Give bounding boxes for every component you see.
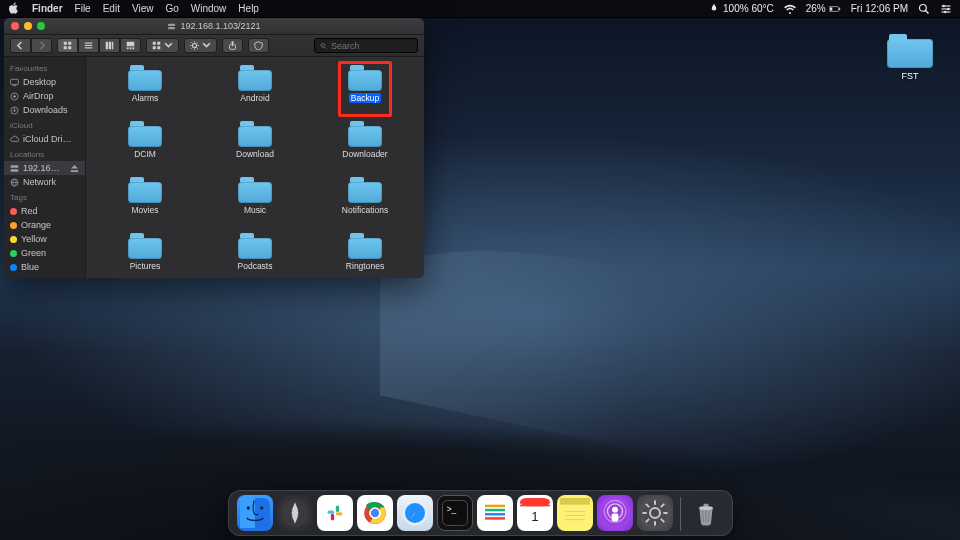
menu-file[interactable]: File [75,3,91,14]
toolbar [4,35,424,57]
sidebar-heading: Tags [4,189,85,204]
eject-icon[interactable] [70,164,79,173]
sidebar-item[interactable]: Yellow [4,232,85,246]
folder-downloader[interactable]: Downloader [310,121,420,175]
forward-button[interactable] [31,38,52,53]
dock: >_ 1 [228,490,733,536]
view-icon-button[interactable] [57,38,78,53]
svg-rect-63 [330,514,333,521]
back-button[interactable] [10,38,31,53]
svg-rect-1 [830,7,832,10]
dock-calendar[interactable]: 1 [517,495,553,531]
folder-icon [887,34,933,68]
sidebar-item[interactable]: Blue [4,260,85,274]
svg-line-42 [324,46,326,48]
cloud-icon [10,135,19,144]
folder-movies[interactable]: Movies [90,177,200,231]
spotlight-icon[interactable] [918,3,930,15]
sidebar-item[interactable]: iCloud Dri… [4,132,85,146]
sidebar-heading: Locations [4,146,85,161]
sidebar-item[interactable]: Green [4,246,85,260]
folder-android[interactable]: Android [200,65,310,119]
svg-text:>_: >_ [446,504,456,514]
sidebar-item[interactable]: AirDrop [4,89,85,103]
folder-music[interactable]: Music [200,177,310,231]
view-gallery-button[interactable] [120,38,141,53]
folder-backup[interactable]: Backup [310,65,420,119]
dock-app[interactable] [477,495,513,531]
sidebar-item[interactable]: Red [4,204,85,218]
folder-podcasts[interactable]: Podcasts [200,233,310,278]
svg-point-56 [260,506,263,509]
status-temp[interactable]: 100% 60°C [708,3,774,15]
menu-window[interactable]: Window [191,3,227,14]
dock-safari[interactable] [397,495,433,531]
dock-chrome[interactable] [357,495,393,531]
app-name[interactable]: Finder [32,3,63,14]
arrange-button[interactable] [146,38,179,53]
minimize-button[interactable] [24,22,32,30]
search-field[interactable] [314,38,418,53]
dock-slack[interactable] [317,495,353,531]
folder-ringtones[interactable]: Ringtones [310,233,420,278]
dock-launchpad[interactable] [277,495,313,531]
folder-label: Notifications [340,205,390,215]
menu-edit[interactable]: Edit [103,3,120,14]
view-column-button[interactable] [99,38,120,53]
tag-dot-icon [10,208,17,215]
svg-rect-30 [157,46,160,49]
svg-point-3 [920,4,927,11]
svg-rect-19 [85,47,93,48]
folder-alarms[interactable]: Alarms [90,65,200,119]
menu-help[interactable]: Help [238,3,259,14]
sidebar-item-label: Desktop [23,77,56,87]
close-button[interactable] [11,22,19,30]
menu-view[interactable]: View [132,3,154,14]
dock-finder[interactable] [237,495,273,531]
tag-dot-icon [10,250,17,257]
dock-trash[interactable] [688,495,724,531]
status-battery[interactable]: 26% [806,3,841,15]
folder-label: Pictures [128,261,163,271]
dock-preferences[interactable] [637,495,673,531]
airdrop-icon [10,92,19,101]
titlebar[interactable]: 192.168.1.103/2121 [4,18,424,35]
wifi-icon [784,3,796,15]
folder-download[interactable]: Download [200,121,310,175]
search-input[interactable] [331,41,412,51]
tag-dot-icon [10,222,17,229]
file-grid[interactable]: AlarmsAndroidBackupDCIMDownloadDownloade… [86,57,424,278]
dock-wrap: >_ 1 [0,490,960,536]
folder-pictures[interactable]: Pictures [90,233,200,278]
menu-go[interactable]: Go [165,3,178,14]
action-button[interactable] [184,38,217,53]
dock-podcasts[interactable] [597,495,633,531]
folder-notifications[interactable]: Notifications [310,177,420,231]
sidebar-item[interactable]: Orange [4,218,85,232]
svg-rect-62 [335,512,342,515]
sidebar-item[interactable]: Downloads [4,103,85,117]
sidebar-item[interactable]: Desktop [4,75,85,89]
tags-button[interactable] [248,38,269,53]
view-buttons [57,38,141,53]
status-wifi[interactable] [784,3,796,15]
sidebar-item-label: Blue [21,262,39,272]
svg-rect-78 [485,517,505,520]
svg-rect-29 [153,46,156,49]
zoom-button[interactable] [37,22,45,30]
sidebar-item[interactable]: Network [4,175,85,189]
folder-dcim[interactable]: DCIM [90,121,200,175]
apple-menu[interactable] [8,2,20,16]
sidebar-item[interactable]: 192.16… [4,161,85,175]
svg-rect-15 [64,46,67,49]
folder-icon [238,121,272,147]
dock-notes[interactable] [557,495,593,531]
view-list-button[interactable] [78,38,99,53]
dock-terminal[interactable]: >_ [437,495,473,531]
control-center-icon[interactable] [940,3,952,15]
status-clock[interactable]: Fri 12:06 PM [851,3,908,14]
sidebar-item-label: 192.16… [23,163,60,173]
desktop-folder-fst[interactable]: FST [882,34,938,81]
share-button[interactable] [222,38,243,53]
svg-rect-21 [109,42,111,50]
